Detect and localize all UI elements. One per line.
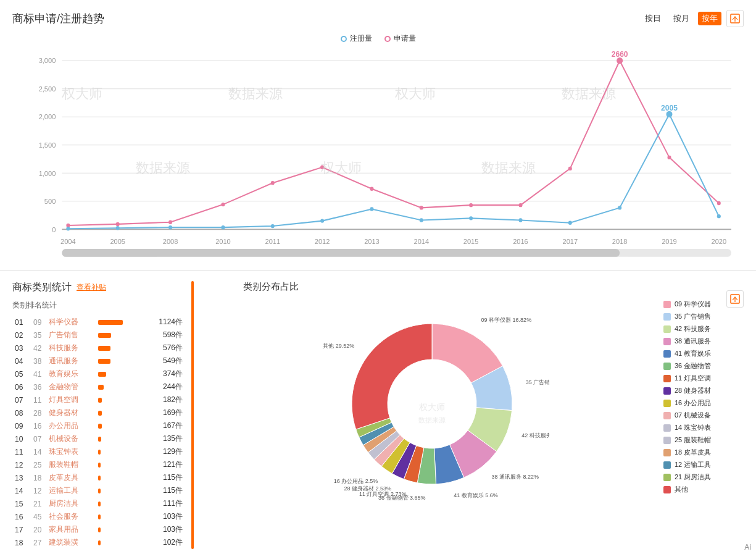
rank-count: 111件	[127, 497, 185, 510]
rank-name: 社会服务	[46, 510, 96, 523]
rank-bar-cell	[96, 329, 127, 342]
donut-section: 类别分布占比 权大师 数据来源 09 科学仪器 16.82%35 广告销售 8.…	[200, 281, 663, 549]
rank-code: 14	[31, 445, 46, 458]
rank-count: 167件	[127, 419, 185, 432]
export-icon[interactable]	[726, 10, 744, 27]
legend-row: 35 广告销售	[663, 312, 744, 321]
svg-text:2014: 2014	[414, 237, 430, 245]
by-day-button[interactable]: 按日	[641, 12, 665, 25]
page-title: 商标申请/注册趋势	[12, 11, 104, 26]
svg-text:2010: 2010	[215, 237, 231, 245]
rank-name: 建筑装潢	[46, 536, 96, 549]
lookup-link[interactable]: 查看补贴	[77, 282, 106, 293]
rank-name: 机械设备	[46, 432, 96, 445]
rank-bar	[98, 359, 110, 364]
rank-bar	[98, 540, 101, 545]
svg-point-35	[320, 166, 324, 169]
rank-name: 金融物管	[46, 380, 96, 393]
rank-bar	[98, 346, 110, 351]
rank-count: 549件	[127, 355, 185, 367]
rank-count: 374件	[127, 367, 185, 380]
legend-row: 16 办公用品	[663, 398, 744, 408]
legend-color-box	[663, 363, 671, 370]
svg-point-50	[320, 219, 324, 222]
rank-code: 28	[31, 406, 46, 419]
line-chart: 权大师 数据来源 权大师 数据来源 数据来源 权大师 数据来源 3,000 2,…	[12, 48, 744, 270]
svg-text:2005: 2005	[661, 103, 678, 112]
rank-bar	[98, 398, 102, 403]
rank-count: 598件	[127, 329, 185, 342]
rank-number: 16	[12, 510, 31, 523]
table-row: 17 20 家具用品 103件	[12, 523, 185, 536]
table-row: 07 11 灯具空调 182件	[12, 393, 185, 406]
bottom-section: 商标类别统计 查看补贴 类别排名统计 01 09 科学仪器 1124件 02 3…	[0, 271, 756, 554]
svg-text:权大师: 权大师	[418, 402, 445, 412]
rank-number: 04	[12, 355, 31, 367]
svg-text:2020: 2020	[712, 237, 727, 245]
rank-code: 07	[31, 432, 46, 445]
legend-row: 18 皮革皮具	[663, 448, 744, 457]
svg-text:2,500: 2,500	[39, 85, 56, 93]
svg-text:2004: 2004	[60, 237, 76, 245]
svg-point-31	[116, 222, 120, 226]
rank-number: 15	[12, 497, 31, 510]
donut-legend: 09 科学仪器 35 广告销售 42 科技服务 38 通讯服务 41 教育娱乐 …	[663, 281, 744, 549]
legend-row: 其他	[663, 485, 744, 494]
rank-count: 102件	[127, 536, 185, 549]
rank-bar-cell	[96, 367, 127, 380]
legend-row: 42 科技服务	[663, 324, 744, 334]
legend-label: 21 厨房洁具	[675, 472, 711, 482]
legend-color-box	[663, 412, 671, 419]
rank-number: 09	[12, 419, 31, 432]
table-row: 02 35 广告销售 598件	[12, 329, 185, 342]
legend-label: 38 通讯服务	[675, 337, 711, 346]
legend-row: 11 灯具空调	[663, 374, 744, 383]
legend-color-box	[663, 301, 671, 308]
legend-color-box	[663, 375, 671, 382]
by-year-button[interactable]: 按年	[698, 12, 721, 25]
rank-name: 教育娱乐	[46, 367, 96, 380]
legend-row: 21 厨房洁具	[663, 472, 744, 482]
rank-number: 05	[12, 367, 31, 380]
page: 商标申请/注册趋势 按日 按月 按年 注册量	[0, 0, 756, 554]
rank-name: 服装鞋帽	[46, 458, 96, 471]
rank-name: 厨房洁具	[46, 497, 96, 510]
registration-dot	[341, 36, 347, 42]
table-row: 04 38 通讯服务 549件	[12, 355, 185, 367]
rank-code: 18	[31, 471, 46, 484]
legend-row: 41 教育娱乐	[663, 349, 744, 358]
legend-color-box	[663, 350, 671, 358]
svg-point-46	[116, 226, 120, 230]
rank-code: 45	[31, 510, 46, 523]
rank-number: 14	[12, 484, 31, 497]
svg-text:2011: 2011	[265, 237, 280, 245]
donut-label: 42 科技服务 8.62%	[521, 432, 549, 439]
rank-bar	[98, 450, 101, 455]
legend-label: 25 服装鞋帽	[675, 435, 711, 445]
rank-count: 115件	[127, 471, 185, 484]
rank-number: 06	[12, 380, 31, 393]
stats-title: 商标类别统计	[12, 281, 72, 294]
svg-point-56	[618, 206, 621, 209]
rank-name: 珠宝钟表	[46, 445, 96, 458]
svg-text:2660: 2660	[612, 50, 628, 59]
donut-label: 38 通讯服务 8.22%	[491, 474, 539, 480]
legend-registration: 注册量	[341, 33, 372, 44]
legend-color-box	[663, 486, 671, 493]
legend-label: 41 教育娱乐	[675, 349, 711, 358]
rank-name: 广告销售	[46, 329, 96, 342]
top-header: 商标申请/注册趋势 按日 按月 按年	[12, 10, 744, 27]
table-row: 03 42 科技服务 576件	[12, 342, 185, 355]
by-month-button[interactable]: 按月	[670, 12, 693, 25]
legend-row: 38 通讯服务	[663, 337, 744, 346]
rank-bar	[98, 463, 101, 468]
rank-code: 20	[31, 523, 46, 536]
rank-code: 11	[31, 393, 46, 406]
bottom-export-icon[interactable]	[726, 290, 744, 308]
svg-point-42	[667, 156, 671, 159]
donut-label: 09 科学仪器 16.82%	[481, 317, 531, 323]
rank-count: 169件	[127, 406, 185, 419]
rank-code: 41	[31, 367, 46, 380]
rank-bar-cell	[96, 380, 127, 393]
rank-bar-cell	[96, 342, 127, 355]
